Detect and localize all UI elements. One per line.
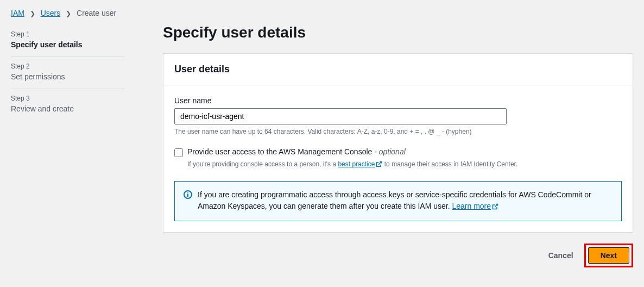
user-details-panel: User details User name The user name can… [163, 53, 633, 233]
chevron-right-icon: ❯ [30, 10, 35, 17]
footer-actions: Cancel Next [163, 244, 633, 267]
cancel-button[interactable]: Cancel [546, 247, 576, 264]
step-title: Review and create [11, 104, 125, 113]
step-label: Step 1 [11, 30, 125, 38]
step-title: Specify user details [11, 40, 125, 49]
page-title: Specify user details [163, 24, 633, 41]
wizard-steps-sidebar: Step 1 Specify user details Step 2 Set p… [11, 23, 141, 267]
info-alert: If you are creating programmatic access … [174, 181, 622, 221]
svg-point-1 [187, 192, 188, 194]
svg-rect-2 [187, 194, 188, 197]
learn-more-link[interactable]: Learn more [452, 202, 491, 210]
step-label: Step 3 [11, 95, 125, 102]
info-icon [184, 190, 192, 201]
username-hint: The user name can have up to 64 characte… [174, 128, 622, 135]
next-button-highlight: Next [584, 244, 633, 267]
best-practice-link[interactable]: best practice [338, 160, 375, 168]
step-set-permissions: Step 2 Set permissions [11, 57, 125, 89]
step-review-and-create: Step 3 Review and create [11, 89, 125, 121]
chevron-right-icon: ❯ [66, 10, 71, 17]
external-link-icon [376, 160, 382, 170]
breadcrumb-users-link[interactable]: Users [41, 9, 61, 17]
next-button[interactable]: Next [588, 247, 629, 264]
external-link-icon [492, 202, 498, 213]
breadcrumb: IAM ❯ Users ❯ Create user [0, 0, 644, 23]
step-title: Set permissions [11, 72, 125, 81]
breadcrumb-iam-link[interactable]: IAM [11, 9, 24, 17]
console-access-label: Provide user access to the AWS Managemen… [187, 147, 406, 156]
breadcrumb-current: Create user [77, 9, 116, 17]
step-label: Step 2 [11, 63, 125, 70]
username-label: User name [174, 96, 622, 105]
info-text: If you are creating programmatic access … [198, 190, 591, 210]
username-input[interactable] [174, 108, 507, 124]
panel-header: User details [163, 54, 633, 85]
step-specify-user-details[interactable]: Step 1 Specify user details [11, 25, 125, 57]
console-access-description: If you're providing console access to a … [187, 159, 622, 170]
panel-heading: User details [174, 64, 622, 75]
console-access-checkbox[interactable] [174, 148, 183, 157]
